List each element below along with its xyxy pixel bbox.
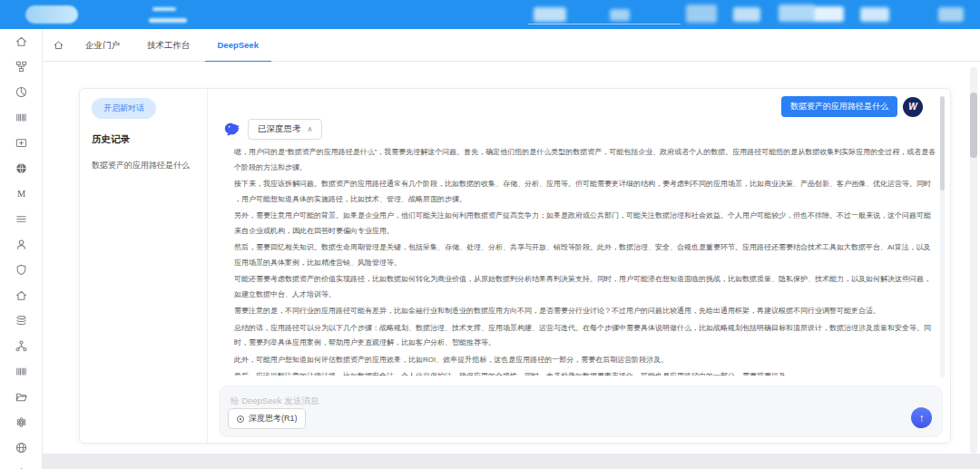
thinking-paragraph: 接下来，我应该拆解问题。数据资产的应用路径通常有几个阶段，比如数据的收集、存储、… [234, 177, 937, 207]
blurred-nav-item[interactable] [779, 5, 815, 22]
chat-scrollbar-thumb[interactable] [940, 96, 945, 191]
sidebar-icon-barcode-alt[interactable] [15, 365, 28, 378]
tab-list: 企业门户技术工作台DeepSeek [72, 29, 272, 62]
sidebar-icon-org-chart[interactable] [15, 339, 28, 353]
chat-history-panel: 开启新对话 历史记录 数据资产的应用路径是什么 [80, 89, 208, 443]
new-chat-button[interactable]: 开启新对话 [92, 98, 156, 119]
sidebar-icon-layers[interactable] [15, 314, 28, 327]
tab-tech-workbench[interactable]: 技术工作台 [138, 29, 200, 62]
deep-think-toggle-button[interactable]: 深度思考(R1) [228, 408, 306, 429]
blurred-nav-item[interactable] [813, 6, 844, 22]
content-area: 开启新对话 历史记录 数据资产的应用路径是什么 数据资产的应用路径是什么 W [43, 62, 980, 469]
app-logo [25, 5, 78, 24]
send-button[interactable]: ↑ [911, 407, 932, 428]
deep-think-icon [236, 415, 245, 424]
svg-text:M: M [16, 189, 24, 199]
deepseek-chat-card: 开启新对话 历史记录 数据资产的应用路径是什么 数据资产的应用路径是什么 W [79, 88, 951, 444]
thinking-collapse-label: 已深度思考 [258, 123, 301, 135]
tab-bar: 企业门户技术工作台DeepSeek [43, 29, 980, 62]
left-icon-rail: M [0, 29, 43, 469]
sidebar-icon-barcode[interactable] [15, 111, 28, 124]
thinking-paragraph: 另外，需要注意用户可能的背景。如果是企业用户，他们可能关注如何利用数据资产提高竞… [234, 209, 937, 239]
message-input[interactable] [230, 392, 775, 408]
chat-message-area: 数据资产的应用路径是什么 W 已深度思考 ∧ 嗯，用户问的是“数据资产 [208, 89, 937, 376]
thinking-paragraph: 需要注意的是，不同行业的应用路径可能有差异，比如金融行业和制造业的数据应用方向不… [234, 304, 937, 319]
sidebar-icon-sitemap[interactable] [15, 60, 28, 73]
blurred-nav-item[interactable] [686, 5, 717, 23]
thinking-paragraph: 可能还需要考虑数据资产的价值实现路径，比如数据如何转化为商业价值，从原始数据到分… [234, 272, 937, 302]
thinking-collapse-button[interactable]: 已深度思考 ∧ [248, 119, 322, 140]
deep-think-label: 深度思考(R1) [249, 413, 298, 425]
assistant-message-row: 已深度思考 ∧ [222, 119, 923, 140]
deepseek-whale-icon [222, 121, 240, 139]
blurred-nav-item[interactable] [610, 9, 630, 21]
history-item[interactable]: 数据资产的应用路径是什么 [92, 160, 195, 171]
thinking-paragraph: 总结的话，应用路径可以分为以下几个步骤：战略规划、数据治理、技术支撑、应用场景构… [234, 321, 937, 351]
page-footer-strip [43, 454, 980, 469]
chat-panel: 数据资产的应用路径是什么 W 已深度思考 ∧ 嗯，用户问的是“数据资产 [208, 89, 950, 443]
home-icon[interactable] [53, 39, 64, 51]
sidebar-icon-globe[interactable] [15, 441, 28, 454]
thinking-text-block: 嗯，用户问的是“数据资产的应用路径是什么”，我需要先理解这个问题。首先，确定他们… [234, 145, 937, 376]
chevron-up-icon: ∧ [308, 125, 313, 133]
tab-enterprise-portal[interactable]: 企业门户 [76, 29, 129, 62]
user-message-row: 数据资产的应用路径是什么 W [222, 96, 923, 117]
tab-deepseek[interactable]: DeepSeek [209, 29, 268, 62]
top-navbar [0, 0, 980, 29]
blurred-nav-item[interactable] [733, 7, 760, 22]
page-scrollbar-thumb[interactable] [970, 93, 977, 158]
blurred-nav-item[interactable] [938, 7, 964, 22]
chat-scrollbar[interactable] [940, 96, 945, 377]
sidebar-icon-folder[interactable] [15, 390, 28, 404]
sidebar-icon-shield[interactable] [15, 263, 28, 277]
sidebar-icon-pie-chart[interactable] [15, 85, 28, 99]
thinking-paragraph: 最后，应该提醒注意的法律法规，比如数据安全法、个人信息保护法，确保应用的合规性。… [234, 369, 937, 376]
app-window: M 企业门户技术工作台DeepSeek 开启新对话 历史记录 数据资产的应用路径… [0, 0, 980, 469]
sidebar-icon-card-plus[interactable] [15, 136, 28, 150]
history-title: 历史记录 [92, 133, 195, 146]
blurred-nav-item[interactable] [534, 7, 566, 22]
blurred-nav-item[interactable] [860, 7, 889, 22]
sidebar-icon-letter-m[interactable]: M [15, 187, 28, 200]
user-avatar: W [903, 97, 923, 117]
sidebar-icon-user[interactable] [15, 238, 28, 251]
thinking-paragraph: 此外，可能用户想知道如何评估数据资产的应用效果，比如ROI、效率提升指标，这也是… [234, 353, 937, 368]
sidebar-icon-home-alt[interactable] [15, 288, 28, 302]
nav-active-underline [528, 24, 681, 25]
sidebar-icon-list[interactable] [15, 212, 28, 226]
thinking-paragraph: 嗯，用户问的是“数据资产的应用路径是什么”，我需要先理解这个问题。首先，确定他们… [234, 145, 937, 175]
arrow-up-icon: ↑ [919, 412, 925, 425]
history-list: 数据资产的应用路径是什么 [92, 160, 195, 171]
blurred-text-line [152, 7, 176, 11]
blurred-text-line [149, 18, 187, 23]
sidebar-icon-flower[interactable] [15, 415, 28, 429]
sidebar-icon-globe-dark[interactable] [15, 161, 28, 175]
message-input-box: 深度思考(R1) ↑ [219, 386, 943, 437]
user-message-bubble: 数据资产的应用路径是什么 [781, 96, 897, 117]
sidebar-icon-home[interactable] [15, 34, 28, 48]
thinking-paragraph: 然后，需要回忆相关知识。数据生命周期管理是关键，包括采集、存储、处理、分析、共享… [234, 240, 937, 270]
